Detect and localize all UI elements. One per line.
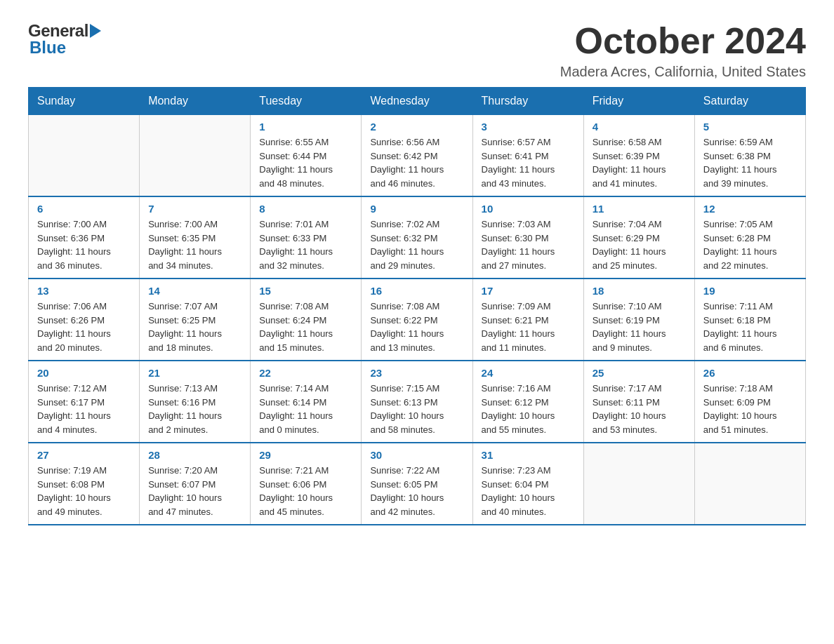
calendar-cell: 6Sunrise: 7:00 AM Sunset: 6:36 PM Daylig… <box>29 196 140 279</box>
day-info: Sunrise: 7:18 AM Sunset: 6:09 PM Dayligh… <box>703 382 797 436</box>
calendar-cell: 3Sunrise: 6:57 AM Sunset: 6:41 PM Daylig… <box>472 115 583 197</box>
calendar-cell <box>140 115 251 197</box>
day-number: 20 <box>37 367 131 379</box>
day-number: 18 <box>593 285 686 297</box>
day-number: 23 <box>370 367 463 379</box>
header-sunday: Sunday <box>29 88 140 115</box>
week-row-5: 27Sunrise: 7:19 AM Sunset: 6:08 PM Dayli… <box>29 443 806 525</box>
day-info: Sunrise: 7:01 AM Sunset: 6:33 PM Dayligh… <box>259 217 352 272</box>
day-info: Sunrise: 7:11 AM Sunset: 6:18 PM Dayligh… <box>703 300 797 354</box>
day-number: 12 <box>703 203 797 215</box>
day-info: Sunrise: 7:16 AM Sunset: 6:12 PM Dayligh… <box>482 382 575 436</box>
calendar-cell: 28Sunrise: 7:20 AM Sunset: 6:07 PM Dayli… <box>140 443 251 525</box>
day-number: 7 <box>148 203 241 215</box>
week-row-4: 20Sunrise: 7:12 AM Sunset: 6:17 PM Dayli… <box>29 361 806 443</box>
calendar-cell: 31Sunrise: 7:23 AM Sunset: 6:04 PM Dayli… <box>472 443 583 525</box>
calendar-cell: 14Sunrise: 7:07 AM Sunset: 6:25 PM Dayli… <box>140 279 251 361</box>
day-info: Sunrise: 7:15 AM Sunset: 6:13 PM Dayligh… <box>370 382 463 436</box>
header: General Blue October 2024 Madera Acres, … <box>28 21 806 80</box>
week-row-3: 13Sunrise: 7:06 AM Sunset: 6:26 PM Dayli… <box>29 279 806 361</box>
day-number: 30 <box>370 449 463 461</box>
calendar-cell: 4Sunrise: 6:58 AM Sunset: 6:39 PM Daylig… <box>583 115 694 197</box>
day-number: 5 <box>703 121 797 133</box>
calendar-cell: 29Sunrise: 7:21 AM Sunset: 6:06 PM Dayli… <box>251 443 362 525</box>
month-title: October 2024 <box>560 21 806 61</box>
calendar-cell <box>583 443 694 525</box>
header-saturday: Saturday <box>694 88 805 115</box>
day-number: 11 <box>593 203 686 215</box>
day-number: 9 <box>370 203 463 215</box>
day-number: 25 <box>593 367 686 379</box>
logo-arrow-icon <box>90 24 101 38</box>
day-info: Sunrise: 7:00 AM Sunset: 6:36 PM Dayligh… <box>37 217 131 272</box>
day-number: 24 <box>482 367 575 379</box>
day-info: Sunrise: 7:22 AM Sunset: 6:05 PM Dayligh… <box>370 464 463 518</box>
logo: General Blue <box>28 21 101 58</box>
day-info: Sunrise: 7:02 AM Sunset: 6:32 PM Dayligh… <box>370 217 463 272</box>
calendar-header-row: SundayMondayTuesdayWednesdayThursdayFrid… <box>29 88 806 115</box>
day-number: 16 <box>370 285 463 297</box>
header-wednesday: Wednesday <box>362 88 472 115</box>
day-info: Sunrise: 7:08 AM Sunset: 6:22 PM Dayligh… <box>370 300 463 354</box>
day-number: 27 <box>37 449 131 461</box>
day-number: 15 <box>259 285 352 297</box>
calendar-cell: 21Sunrise: 7:13 AM Sunset: 6:16 PM Dayli… <box>140 361 251 443</box>
day-number: 17 <box>482 285 575 297</box>
day-info: Sunrise: 6:57 AM Sunset: 6:41 PM Dayligh… <box>482 135 575 190</box>
day-info: Sunrise: 7:14 AM Sunset: 6:14 PM Dayligh… <box>259 382 352 436</box>
calendar-cell: 10Sunrise: 7:03 AM Sunset: 6:30 PM Dayli… <box>472 196 583 279</box>
day-info: Sunrise: 6:58 AM Sunset: 6:39 PM Dayligh… <box>593 135 686 190</box>
day-info: Sunrise: 7:12 AM Sunset: 6:17 PM Dayligh… <box>37 382 131 436</box>
day-info: Sunrise: 7:06 AM Sunset: 6:26 PM Dayligh… <box>37 300 131 354</box>
day-info: Sunrise: 7:20 AM Sunset: 6:07 PM Dayligh… <box>148 464 241 518</box>
day-info: Sunrise: 7:00 AM Sunset: 6:35 PM Dayligh… <box>148 217 241 272</box>
day-number: 28 <box>148 449 241 461</box>
calendar-cell: 2Sunrise: 6:56 AM Sunset: 6:42 PM Daylig… <box>362 115 472 197</box>
calendar-cell: 19Sunrise: 7:11 AM Sunset: 6:18 PM Dayli… <box>694 279 805 361</box>
day-info: Sunrise: 6:59 AM Sunset: 6:38 PM Dayligh… <box>703 135 797 190</box>
day-number: 19 <box>703 285 797 297</box>
day-info: Sunrise: 7:10 AM Sunset: 6:19 PM Dayligh… <box>593 300 686 354</box>
day-number: 21 <box>148 367 241 379</box>
calendar-cell <box>694 443 805 525</box>
day-number: 13 <box>37 285 131 297</box>
calendar-cell: 22Sunrise: 7:14 AM Sunset: 6:14 PM Dayli… <box>251 361 362 443</box>
calendar-cell: 1Sunrise: 6:55 AM Sunset: 6:44 PM Daylig… <box>251 115 362 197</box>
day-number: 2 <box>370 121 463 133</box>
day-info: Sunrise: 7:13 AM Sunset: 6:16 PM Dayligh… <box>148 382 241 436</box>
calendar-cell: 12Sunrise: 7:05 AM Sunset: 6:28 PM Dayli… <box>694 196 805 279</box>
calendar-cell: 23Sunrise: 7:15 AM Sunset: 6:13 PM Dayli… <box>362 361 472 443</box>
day-info: Sunrise: 7:03 AM Sunset: 6:30 PM Dayligh… <box>482 217 575 272</box>
header-tuesday: Tuesday <box>251 88 362 115</box>
day-number: 10 <box>482 203 575 215</box>
calendar-cell: 5Sunrise: 6:59 AM Sunset: 6:38 PM Daylig… <box>694 115 805 197</box>
day-info: Sunrise: 7:17 AM Sunset: 6:11 PM Dayligh… <box>593 382 686 436</box>
day-number: 14 <box>148 285 241 297</box>
day-number: 1 <box>259 121 352 133</box>
calendar-cell: 24Sunrise: 7:16 AM Sunset: 6:12 PM Dayli… <box>472 361 583 443</box>
calendar-cell: 20Sunrise: 7:12 AM Sunset: 6:17 PM Dayli… <box>29 361 140 443</box>
day-info: Sunrise: 7:09 AM Sunset: 6:21 PM Dayligh… <box>482 300 575 354</box>
calendar-cell: 9Sunrise: 7:02 AM Sunset: 6:32 PM Daylig… <box>362 196 472 279</box>
day-info: Sunrise: 7:07 AM Sunset: 6:25 PM Dayligh… <box>148 300 241 354</box>
calendar-cell: 27Sunrise: 7:19 AM Sunset: 6:08 PM Dayli… <box>29 443 140 525</box>
day-info: Sunrise: 7:04 AM Sunset: 6:29 PM Dayligh… <box>593 217 686 272</box>
calendar-cell: 7Sunrise: 7:00 AM Sunset: 6:35 PM Daylig… <box>140 196 251 279</box>
calendar-cell: 13Sunrise: 7:06 AM Sunset: 6:26 PM Dayli… <box>29 279 140 361</box>
location-title: Madera Acres, California, United States <box>560 64 806 80</box>
header-thursday: Thursday <box>472 88 583 115</box>
calendar-cell: 15Sunrise: 7:08 AM Sunset: 6:24 PM Dayli… <box>251 279 362 361</box>
header-friday: Friday <box>583 88 694 115</box>
calendar-cell: 26Sunrise: 7:18 AM Sunset: 6:09 PM Dayli… <box>694 361 805 443</box>
day-number: 4 <box>593 121 686 133</box>
calendar-cell: 30Sunrise: 7:22 AM Sunset: 6:05 PM Dayli… <box>362 443 472 525</box>
day-number: 31 <box>482 449 575 461</box>
logo-blue-text: Blue <box>28 38 66 58</box>
day-number: 8 <box>259 203 352 215</box>
day-info: Sunrise: 7:23 AM Sunset: 6:04 PM Dayligh… <box>482 464 575 518</box>
week-row-2: 6Sunrise: 7:00 AM Sunset: 6:36 PM Daylig… <box>29 196 806 279</box>
day-info: Sunrise: 6:55 AM Sunset: 6:44 PM Dayligh… <box>259 135 352 190</box>
day-number: 3 <box>482 121 575 133</box>
day-info: Sunrise: 6:56 AM Sunset: 6:42 PM Dayligh… <box>370 135 463 190</box>
calendar-cell <box>29 115 140 197</box>
